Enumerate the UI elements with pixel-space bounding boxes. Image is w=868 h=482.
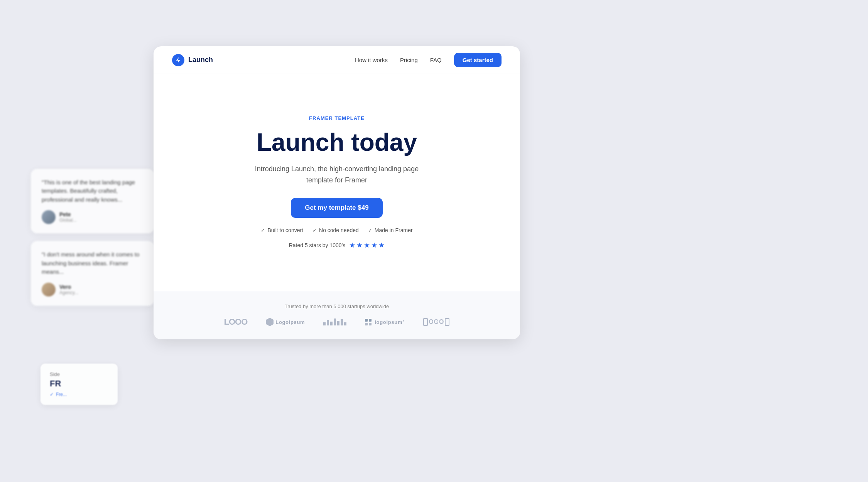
- main-card: Launch How it works Pricing FAQ Get star…: [154, 46, 520, 339]
- dot-1: [365, 319, 368, 322]
- feature-label-3: Made in Framer: [375, 227, 413, 233]
- hero-section: FRAMER TEMPLATE Launch today Introducing…: [154, 74, 520, 291]
- feature-2: ✓ No code needed: [312, 227, 359, 233]
- bar-1: [323, 322, 326, 325]
- nav-link-faq[interactable]: FAQ: [430, 57, 442, 63]
- bar-2: [327, 320, 329, 325]
- nav-link-pricing[interactable]: Pricing: [400, 57, 418, 63]
- star-5: ★: [378, 241, 385, 249]
- avatar-pete: [42, 210, 56, 224]
- trusted-section: Trusted by more than 5,000 startups worl…: [154, 291, 520, 339]
- feature-label-1: Built to convert: [267, 227, 303, 233]
- reviewer-name-1: Pete: [59, 211, 77, 217]
- star-4: ★: [371, 241, 377, 249]
- left-panel: "This is one of the best landing page te…: [0, 0, 162, 482]
- nav-cta-button[interactable]: Get started: [454, 53, 502, 67]
- check-icon-1: ✓: [261, 228, 265, 233]
- brand-logo-dots: logoipsum°: [365, 319, 405, 325]
- dot-row-2: [365, 323, 372, 325]
- logo-strip: LOOO Logoipsum: [172, 317, 502, 327]
- hero-cta-button[interactable]: Get my template $49: [291, 198, 382, 218]
- testimonial-card-1: "This is one of the best landing page te…: [31, 169, 154, 234]
- logo-text: Launch: [188, 56, 213, 64]
- bar-4: [334, 319, 336, 325]
- reviewer-name-2: Vero: [59, 284, 78, 290]
- bottom-card-badge: ✓ Fre...: [50, 392, 108, 397]
- loco-text: LOOO: [224, 317, 248, 327]
- dot-4: [369, 323, 372, 325]
- dots-text: logoipsum°: [375, 319, 405, 325]
- hero-eyebrow: FRAMER TEMPLATE: [309, 115, 365, 121]
- bottom-left-card: Side FR ✓ Fre...: [41, 364, 118, 405]
- reviewer-role-1: Global...: [59, 217, 77, 223]
- bar-7: [344, 322, 346, 325]
- feature-1: ✓ Built to convert: [261, 227, 303, 233]
- reviewer-1: Pete Global...: [42, 210, 144, 224]
- badge-text: Fre...: [56, 392, 67, 397]
- nav-links: How it works Pricing FAQ Get started: [355, 53, 502, 67]
- feature-3: ✓ Made in Framer: [368, 227, 413, 233]
- hero-rating: Rated 5 stars by 1000's ★ ★ ★ ★ ★: [289, 241, 385, 249]
- navbar: Launch How it works Pricing FAQ Get star…: [154, 46, 520, 74]
- reviewer-role-2: Agency...: [59, 290, 78, 295]
- bogo-bracket-left: [423, 318, 428, 326]
- testimonial-card-2: "I don't mess around when it comes to la…: [31, 241, 154, 306]
- dots-icon: [365, 319, 372, 325]
- brand-logo-bogo: OGO: [423, 318, 449, 326]
- quote-text-2: "I don't mess around when it comes to la…: [42, 250, 144, 276]
- brand-logo-bars: [323, 319, 346, 325]
- logo-icon: [172, 54, 184, 66]
- dot-3: [365, 323, 368, 325]
- bolt-icon: [175, 57, 182, 64]
- star-rating: ★ ★ ★ ★ ★: [349, 241, 385, 249]
- bar-6: [341, 319, 343, 325]
- feature-label-2: No code needed: [319, 227, 359, 233]
- star-2: ★: [356, 241, 363, 249]
- star-1: ★: [349, 241, 355, 249]
- check-icon-3: ✓: [368, 228, 372, 233]
- bottom-card-title: FR: [50, 379, 108, 389]
- star-3: ★: [364, 241, 370, 249]
- dot-row-1: [365, 319, 372, 322]
- avatar-vero: [42, 283, 56, 297]
- hero-features: ✓ Built to convert ✓ No code needed ✓ Ma…: [261, 227, 412, 233]
- logo-area: Launch: [172, 54, 213, 66]
- reviewer-2: Vero Agency...: [42, 283, 144, 297]
- quote-text-1: "This is one of the best landing page te…: [42, 178, 144, 204]
- bars-icon: [323, 319, 346, 325]
- bar-3: [330, 322, 333, 325]
- bar-5: [337, 321, 339, 325]
- bogo-bracket-right: [445, 318, 449, 326]
- nav-link-how-it-works[interactable]: How it works: [355, 57, 388, 63]
- trusted-label: Trusted by more than 5,000 startups worl…: [172, 303, 502, 309]
- bogo-text: OGO: [429, 319, 444, 325]
- rating-text: Rated 5 stars by 1000's: [289, 242, 346, 248]
- brand-logo-logoipsum: Logoipsum: [266, 318, 305, 326]
- check-circle-icon: ✓: [50, 392, 54, 397]
- brand-logo-loco: LOOO: [224, 317, 248, 327]
- bottom-card-label: Side: [50, 371, 108, 377]
- check-icon-2: ✓: [312, 228, 317, 233]
- hero-subtitle: Introducing Launch, the high-converting …: [244, 163, 429, 186]
- logoipsum-text: Logoipsum: [275, 319, 305, 325]
- hero-title: Launch today: [257, 129, 417, 156]
- shield-icon: [266, 318, 274, 326]
- dot-2: [369, 319, 372, 322]
